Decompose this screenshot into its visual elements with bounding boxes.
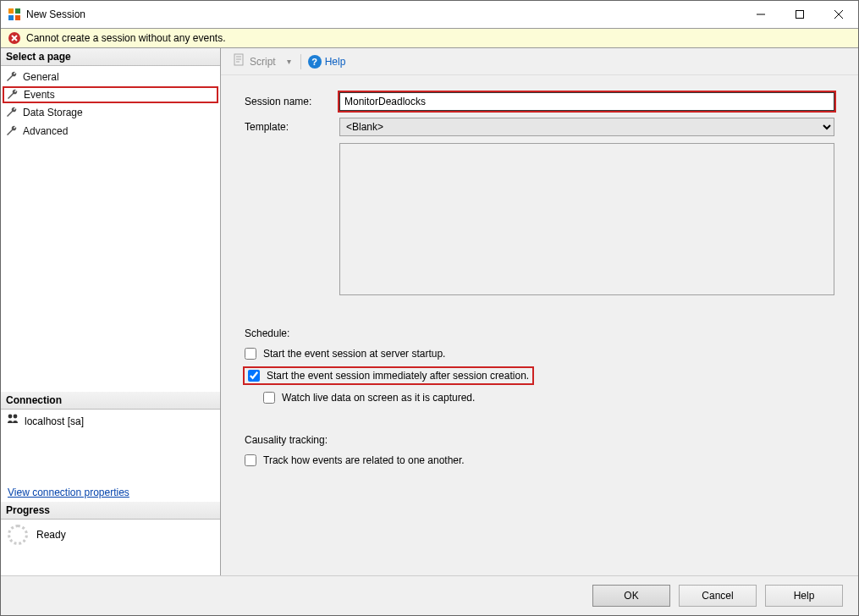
session-name-label: Session name:: [245, 96, 329, 107]
app-icon: [8, 8, 21, 21]
checkbox-start-at-startup[interactable]: Start the event session at server startu…: [245, 346, 834, 361]
session-name-input[interactable]: [339, 92, 834, 111]
wrench-icon: [5, 70, 19, 84]
banner-message: Cannot create a session without any even…: [26, 32, 225, 44]
sidebar-item-label: Advanced: [23, 125, 68, 137]
wrench-icon: [5, 124, 19, 138]
checkbox-causality[interactable]: Track how events are related to one anot…: [245, 453, 834, 468]
script-icon: [233, 53, 246, 69]
ok-button[interactable]: OK: [592, 585, 670, 607]
checkbox-causality-input[interactable]: [245, 454, 256, 466]
help-icon: ?: [308, 55, 322, 69]
select-page-header: Select a page: [1, 48, 220, 66]
toolbar-separator: [300, 54, 301, 69]
minimize-button[interactable]: [741, 2, 780, 27]
script-label: Script: [250, 56, 276, 68]
help-link[interactable]: ? Help: [308, 55, 346, 69]
help-button[interactable]: Help: [765, 585, 843, 607]
template-select[interactable]: <Blank>: [339, 118, 834, 136]
sidebar-item-events[interactable]: Events: [3, 86, 218, 103]
connection-header: Connection: [1, 392, 220, 410]
svg-rect-2: [8, 15, 14, 20]
causality-label: Causality tracking:: [245, 434, 834, 446]
checkbox-watch-live[interactable]: Watch live data on screen as it is captu…: [263, 390, 834, 405]
content-panel: Script ▾ ? Help Session name: Template: …: [221, 48, 858, 575]
schedule-label: Schedule:: [245, 327, 834, 339]
script-dropdown-arrow[interactable]: ▾: [284, 57, 294, 66]
view-connection-properties-link[interactable]: View connection properties: [1, 483, 220, 502]
checkbox-start-immediately-label: Start the event session immediately afte…: [267, 370, 529, 382]
svg-rect-1: [15, 8, 20, 14]
checkbox-watch-live-input[interactable]: [263, 392, 275, 404]
toolbar: Script ▾ ? Help: [221, 48, 858, 75]
checkbox-start-at-startup-input[interactable]: [245, 348, 256, 360]
template-description-box[interactable]: [339, 143, 834, 295]
checkbox-watch-live-label: Watch live data on screen as it is captu…: [282, 392, 475, 404]
sidebar-item-data-storage[interactable]: Data Storage: [1, 103, 220, 122]
sidebar-item-general[interactable]: General: [1, 68, 220, 86]
warning-banner: Cannot create a session without any even…: [1, 28, 858, 48]
server-icon: [6, 413, 19, 429]
sidebar-item-label: Data Storage: [23, 107, 83, 118]
template-label: Template:: [245, 121, 329, 133]
window-title: New Session: [26, 8, 741, 20]
help-label: Help: [325, 56, 346, 68]
checkbox-start-at-startup-label: Start the event session at server startu…: [263, 348, 445, 360]
sidebar-item-advanced[interactable]: Advanced: [1, 122, 220, 140]
title-bar: New Session: [1, 1, 858, 28]
sidebar-item-label: Events: [24, 89, 55, 101]
checkbox-start-immediately-input[interactable]: [248, 370, 260, 382]
progress-header: Progress: [1, 502, 220, 520]
cancel-button[interactable]: Cancel: [679, 585, 757, 607]
svg-point-6: [8, 415, 13, 419]
script-button[interactable]: Script: [229, 52, 279, 71]
svg-rect-0: [8, 8, 14, 14]
sidebar-item-label: General: [23, 71, 59, 83]
sidebar: Select a page General Events Data Storag…: [1, 48, 221, 575]
connection-value-row: localhost [sa]: [1, 410, 220, 432]
svg-point-7: [14, 415, 18, 419]
wrench-icon: [5, 106, 19, 119]
connection-value: localhost [sa]: [25, 415, 84, 427]
progress-spinner-icon: [8, 525, 28, 545]
error-icon: [8, 31, 21, 45]
maximize-button[interactable]: [780, 2, 819, 27]
dialog-footer: OK Cancel Help: [1, 575, 858, 615]
checkbox-start-immediately[interactable]: Start the event session immediately afte…: [245, 368, 532, 383]
progress-status: Ready: [36, 529, 66, 541]
checkbox-causality-label: Track how events are related to one anot…: [263, 454, 465, 466]
svg-rect-4: [796, 11, 804, 19]
close-button[interactable]: [819, 2, 858, 27]
wrench-icon: [6, 88, 19, 102]
svg-rect-3: [15, 15, 20, 20]
